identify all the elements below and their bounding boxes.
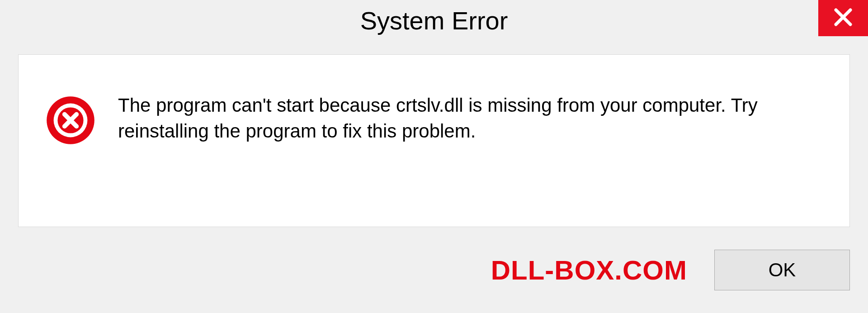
error-message: The program can't start because crtslv.d… [118, 91, 822, 144]
ok-button[interactable]: OK [714, 250, 850, 290]
dialog-title: System Error [360, 6, 508, 35]
close-icon [832, 6, 854, 30]
bottom-bar: DLL-BOX.COM OK [18, 241, 850, 299]
close-button[interactable] [818, 0, 868, 36]
brand-label: DLL-BOX.COM [491, 255, 687, 286]
content-panel: The program can't start because crtslv.d… [18, 54, 850, 227]
title-bar: System Error [0, 0, 868, 41]
error-icon [46, 95, 95, 145]
